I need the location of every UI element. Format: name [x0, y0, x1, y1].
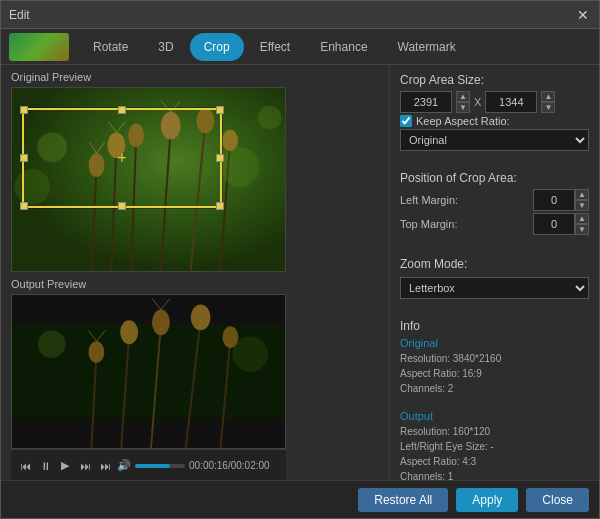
time-display: 00:00:16/00:02:00	[189, 460, 270, 471]
crop-height-input[interactable]	[485, 91, 537, 113]
top-margin-spinner: ▲ ▼	[575, 213, 589, 235]
original-resolution: Resolution: 3840*2160	[400, 351, 589, 366]
svg-point-30	[120, 320, 138, 344]
crop-height-up[interactable]: ▲	[541, 91, 555, 102]
crop-handle-tm[interactable]	[118, 106, 126, 114]
restore-all-button[interactable]: Restore All	[358, 488, 448, 512]
zoom-mode-section: Zoom Mode: Letterbox	[400, 257, 589, 299]
volume-icon: 🔊	[117, 459, 131, 472]
tab-crop[interactable]: Crop	[190, 33, 244, 61]
close-icon[interactable]: ✕	[575, 7, 591, 23]
volume-fill	[135, 464, 170, 468]
left-margin-up[interactable]: ▲	[575, 189, 589, 200]
tab-effect[interactable]: Effect	[246, 33, 304, 61]
top-margin-down[interactable]: ▼	[575, 224, 589, 235]
original-preview	[11, 87, 286, 272]
crop-height-spinner: ▲ ▼	[541, 91, 555, 113]
keep-aspect-checkbox[interactable]	[400, 115, 412, 127]
svg-point-29	[88, 341, 104, 363]
left-margin-input-group: ▲ ▼	[533, 189, 589, 211]
crop-size-row: ▲ ▼ X ▲ ▼	[400, 91, 589, 113]
crop-handle-tl[interactable]	[20, 106, 28, 114]
volume-bar[interactable]	[135, 464, 185, 468]
left-margin-label: Left Margin:	[400, 194, 458, 206]
title-bar: Edit ✕	[1, 1, 599, 29]
skip-end-button[interactable]: ⏭	[97, 458, 113, 474]
top-margin-row: Top Margin: ▲ ▼	[400, 213, 589, 235]
output-preview-section: Output Preview	[11, 278, 383, 480]
original-channels: Channels: 2	[400, 381, 589, 396]
output-aspect: Aspect Ratio: 4:3	[400, 454, 589, 469]
top-margin-label: Top Margin:	[400, 218, 457, 230]
window-title: Edit	[9, 8, 575, 22]
aspect-ratio-row: Keep Aspect Ratio:	[400, 115, 589, 127]
crop-height-down[interactable]: ▼	[541, 102, 555, 113]
output-resolution: Resolution: 160*120	[400, 424, 589, 439]
right-panel: Crop Area Size: ▲ ▼ X ▲ ▼ Ke	[389, 65, 599, 480]
original-subtitle: Original	[400, 337, 589, 349]
svg-point-38	[38, 330, 66, 358]
left-margin-down[interactable]: ▼	[575, 200, 589, 211]
crop-width-up[interactable]: ▲	[456, 91, 470, 102]
keep-aspect-label: Keep Aspect Ratio:	[416, 115, 510, 127]
output-plant-svg	[12, 294, 285, 449]
close-button[interactable]: Close	[526, 488, 589, 512]
crop-width-input[interactable]	[400, 91, 452, 113]
media-controls: ⏮ ⏸ ▶ ⏭ ⏭ 🔊 00:00:16/00:02:00	[11, 449, 286, 480]
top-margin-input-group: ▲ ▼	[533, 213, 589, 235]
svg-point-20	[258, 106, 282, 130]
tab-enhance[interactable]: Enhance	[306, 33, 381, 61]
tab-bar: Rotate 3D Crop Effect Enhance Watermark	[1, 29, 599, 65]
svg-point-39	[232, 336, 268, 372]
original-aspect: Aspect Ratio: 16:9	[400, 366, 589, 381]
crop-area-size-section: Crop Area Size: ▲ ▼ X ▲ ▼ Ke	[400, 73, 589, 151]
zoom-mode-select[interactable]: Letterbox	[400, 277, 589, 299]
left-panel: Original Preview	[1, 65, 389, 480]
bottom-bar: Restore All Apply Close	[1, 480, 599, 518]
pause-button[interactable]: ⏸	[37, 458, 53, 474]
original-preview-label: Original Preview	[11, 71, 383, 83]
crop-width-down[interactable]: ▼	[456, 102, 470, 113]
aspect-ratio-select[interactable]: Original	[400, 129, 589, 151]
rewind-button[interactable]: ⏮	[17, 458, 33, 474]
top-margin-up[interactable]: ▲	[575, 213, 589, 224]
play-button[interactable]: ▶	[57, 458, 73, 474]
tab-watermark[interactable]: Watermark	[384, 33, 470, 61]
left-margin-row: Left Margin: ▲ ▼	[400, 189, 589, 211]
crop-handle-rm[interactable]	[216, 154, 224, 162]
crop-handle-tr[interactable]	[216, 106, 224, 114]
crop-handle-bm[interactable]	[118, 202, 126, 210]
top-margin-input[interactable]	[533, 213, 575, 235]
crop-box[interactable]	[22, 108, 222, 208]
output-preview	[11, 294, 286, 449]
apply-button[interactable]: Apply	[456, 488, 518, 512]
info-section: Info Original Resolution: 3840*2160 Aspe…	[400, 319, 589, 480]
output-channels: Channels: 1	[400, 469, 589, 480]
crop-area-size-label: Crop Area Size:	[400, 73, 589, 87]
tab-rotate[interactable]: Rotate	[79, 33, 142, 61]
video-thumbnail[interactable]	[9, 33, 69, 61]
position-section: Position of Crop Area: Left Margin: ▲ ▼ …	[400, 171, 589, 237]
position-label: Position of Crop Area:	[400, 171, 589, 185]
left-margin-spinner: ▲ ▼	[575, 189, 589, 211]
output-preview-label: Output Preview	[11, 278, 383, 290]
info-label: Info	[400, 319, 589, 333]
zoom-mode-label: Zoom Mode:	[400, 257, 589, 271]
x-separator: X	[474, 96, 481, 108]
svg-point-31	[152, 309, 170, 335]
left-margin-input[interactable]	[533, 189, 575, 211]
output-bg	[12, 295, 285, 448]
crop-width-spinner: ▲ ▼	[456, 91, 470, 113]
crop-handle-br[interactable]	[216, 202, 224, 210]
svg-point-32	[191, 304, 211, 330]
main-content: Original Preview	[1, 65, 599, 480]
crop-handle-lm[interactable]	[20, 154, 28, 162]
crop-handle-bl[interactable]	[20, 202, 28, 210]
thumbnail-image	[9, 33, 69, 61]
edit-window: Edit ✕ Rotate 3D Crop Effect Enhance Wat…	[0, 0, 600, 519]
fast-forward-button[interactable]: ⏭	[77, 458, 93, 474]
svg-point-19	[220, 147, 260, 187]
tab-3d[interactable]: 3D	[144, 33, 187, 61]
output-subtitle: Output	[400, 410, 589, 422]
output-lr-eye: Left/Right Eye Size: -	[400, 439, 589, 454]
